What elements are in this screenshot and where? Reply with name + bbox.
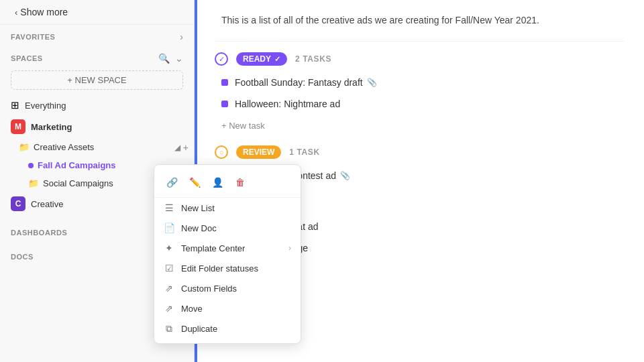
- link-icon: 🔗: [166, 177, 178, 188]
- list-icon: ☰: [164, 202, 174, 213]
- folder-icon-social: 📁: [28, 178, 39, 188]
- social-campaigns-label: Social Campaigns: [43, 178, 113, 188]
- template-icon: ✦: [164, 243, 174, 253]
- ready-check-icon: ✓: [274, 55, 280, 64]
- sidebar-item-marketing[interactable]: M Marketing: [0, 116, 194, 137]
- active-dot: [28, 163, 34, 168]
- review-badge: REVIEW: [236, 145, 281, 159]
- duplicate-label: Duplicate: [181, 324, 291, 334]
- task-halloween[interactable]: Halloween: Nightmare ad: [215, 94, 624, 114]
- review-tasks-count: 1 TASK: [289, 147, 319, 157]
- fields-icon: ⇗: [164, 283, 174, 294]
- spaces-title: SPACES: [11, 54, 43, 62]
- marketing-badge: M: [11, 119, 25, 134]
- chevron-down-icon[interactable]: ⌄: [175, 53, 183, 64]
- add-icon[interactable]: +: [183, 142, 189, 153]
- template-center-label: Template Center: [181, 243, 282, 253]
- task-label: Football Sunday: Fantasy draft: [235, 77, 363, 88]
- grid-icon: ⊞: [11, 99, 19, 111]
- chevron-right-icon: ›: [180, 32, 183, 42]
- edit-icon: ✏️: [189, 177, 201, 188]
- edit-folder-statuses-label: Edit Folder statuses: [181, 263, 291, 274]
- ready-section: ✓ READY ✓ 2 TASKS Football Sunday: Fanta…: [215, 52, 624, 135]
- menu-item-new-doc[interactable]: 📄 New Doc: [154, 218, 301, 238]
- menu-item-template-center[interactable]: ✦ Template Center ›: [154, 238, 301, 258]
- docs-title: DOCS: [11, 253, 34, 261]
- move-icon: ⇗: [164, 303, 174, 314]
- edit-button[interactable]: ✏️: [184, 173, 205, 192]
- creative-badge: C: [11, 196, 25, 211]
- dashboards-title: DASHBOARDS: [11, 229, 67, 237]
- folder-actions: ◢ +: [174, 142, 189, 153]
- ready-tasks-count: 2 TASKS: [295, 54, 331, 64]
- task-dot: [221, 101, 228, 107]
- sidebar-item-creative-assets[interactable]: 📁 Creative Assets ◢ +: [0, 139, 194, 156]
- spaces-section-header: SPACES 🔍 ⌄: [0, 46, 194, 68]
- ready-circle: ✓: [215, 52, 228, 66]
- favorites-icons: ›: [180, 32, 183, 42]
- creative-label: Creative: [31, 199, 63, 209]
- search-icon[interactable]: 🔍: [158, 53, 170, 64]
- menu-item-custom-fields[interactable]: ⇗ Custom Fields: [154, 278, 301, 298]
- duplicate-icon: ⧉: [164, 323, 174, 335]
- custom-fields-label: Custom Fields: [181, 284, 291, 294]
- context-menu-toolbar: 🔗 ✏️ 👤 🗑: [154, 169, 301, 198]
- task-dot: [221, 79, 228, 86]
- marketing-label: Marketing: [31, 122, 72, 132]
- context-menu: 🔗 ✏️ 👤 🗑 ☰ New List 📄 New Doc ✦ Template…: [154, 164, 301, 344]
- move-label: Move: [181, 304, 291, 314]
- task-football-sunday[interactable]: Football Sunday: Fantasy draft 📎: [215, 72, 624, 93]
- creative-assets-label: Creative Assets: [34, 142, 94, 152]
- delete-button[interactable]: 🗑: [229, 173, 251, 192]
- spaces-actions: 🔍 ⌄: [158, 53, 183, 64]
- menu-item-duplicate[interactable]: ⧉ Duplicate: [154, 318, 301, 339]
- favorites-section-header: FAVORITES ›: [0, 25, 194, 46]
- task-label: Halloween: Nightmare ad: [235, 99, 340, 109]
- new-doc-label: New Doc: [181, 223, 291, 233]
- menu-item-move[interactable]: ⇗ Move: [154, 298, 301, 318]
- page-description: This is a list of all of the creative ad…: [215, 13, 624, 42]
- new-task-button[interactable]: + New task: [215, 117, 624, 135]
- favorites-title: FAVORITES: [11, 33, 55, 41]
- attachment-icon: 📎: [340, 171, 350, 180]
- ready-label: READY: [243, 54, 271, 64]
- attachment-icon: 📎: [367, 78, 377, 87]
- new-space-button[interactable]: + NEW SPACE: [11, 70, 183, 90]
- show-more-label: Show more: [20, 7, 68, 17]
- folder-icon: 📁: [19, 142, 30, 152]
- fall-ad-campaigns-label: Fall Ad Campaigns: [38, 160, 116, 170]
- link-button[interactable]: 🔗: [161, 173, 182, 192]
- cursor-icon: ◢: [174, 143, 180, 152]
- show-more-row[interactable]: ‹ Show more: [0, 0, 194, 25]
- doc-icon: 📄: [164, 223, 174, 233]
- review-header: ○ REVIEW 1 TASK: [215, 145, 624, 159]
- checkbox-icon: ☑: [164, 263, 174, 274]
- submenu-arrow-icon: ›: [288, 243, 291, 253]
- review-circle: ○: [215, 145, 228, 159]
- menu-item-edit-folder-statuses[interactable]: ☑ Edit Folder statuses: [154, 258, 301, 278]
- ready-header: ✓ READY ✓ 2 TASKS: [215, 52, 624, 66]
- chevron-left-icon: ‹: [15, 7, 17, 17]
- ready-badge: READY ✓: [236, 52, 287, 66]
- delete-icon: 🗑: [235, 177, 245, 188]
- new-list-label: New List: [181, 203, 291, 213]
- share-icon: 👤: [212, 177, 223, 188]
- sidebar-item-everything[interactable]: ⊞ Everything: [0, 96, 194, 115]
- share-button[interactable]: 👤: [207, 173, 228, 192]
- everything-label: Everything: [25, 101, 66, 111]
- menu-item-new-list[interactable]: ☰ New List: [154, 198, 301, 218]
